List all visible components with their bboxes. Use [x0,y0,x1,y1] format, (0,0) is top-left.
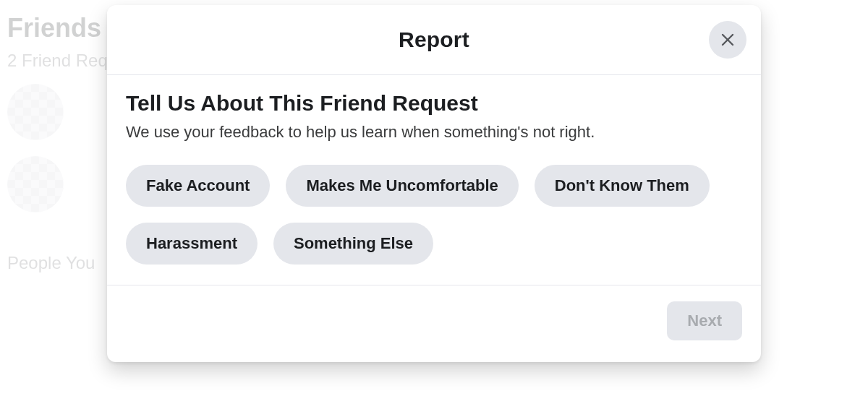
report-subtext: We use your feedback to help us learn wh… [126,123,742,142]
option-something-else[interactable]: Something Else [273,223,433,265]
dialog-body: Tell Us About This Friend Request We use… [107,75,761,285]
dialog-header: Report [107,5,761,75]
option-makes-uncomfortable[interactable]: Makes Me Uncomfortable [286,165,518,207]
option-fake-account[interactable]: Fake Account [126,165,270,207]
dialog-title: Report [399,27,469,52]
report-heading: Tell Us About This Friend Request [126,91,742,116]
option-dont-know-them[interactable]: Don't Know Them [535,165,710,207]
report-dialog: Report Tell Us About This Friend Request… [107,5,761,362]
report-options: Fake Account Makes Me Uncomfortable Don'… [126,165,742,265]
next-button[interactable]: Next [667,301,742,340]
close-icon [719,31,736,48]
option-harassment[interactable]: Harassment [126,223,258,265]
close-button[interactable] [709,21,746,59]
dialog-footer: Next [107,285,761,362]
